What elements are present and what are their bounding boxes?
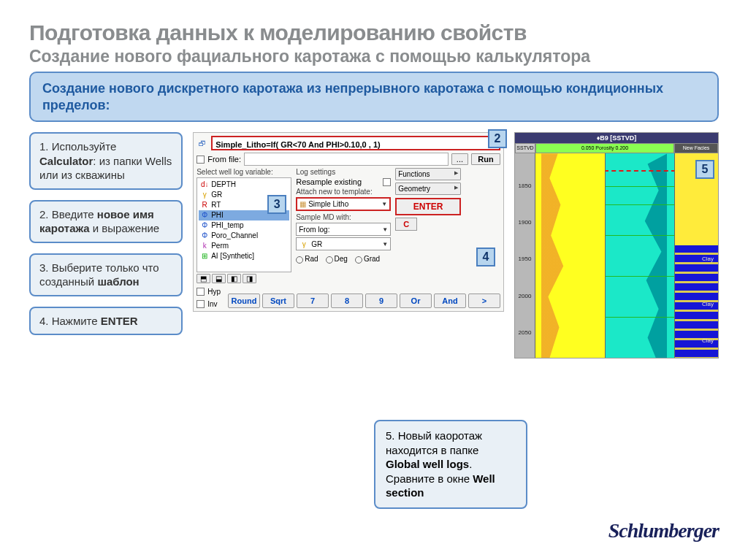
step-4: 4. Нажмите ENTER [29,307,183,336]
resample-checkbox[interactable] [383,178,391,186]
num-7-button[interactable]: 7 [297,294,329,308]
chevron-down-icon: ▼ [382,226,388,233]
step-3: 3. Выберите только что созданный шаблон [29,253,183,296]
facies-track: Clay Clay Clay [674,153,718,358]
from-file-path[interactable] [244,153,449,166]
num-8-button[interactable]: 8 [331,294,363,308]
browse-button[interactable]: ... [451,153,468,165]
step-5: 5. Новый каоротаж находится в папке Glob… [374,420,527,509]
list-btn-3[interactable]: ◧ [227,274,241,283]
enter-button[interactable]: ENTER [395,198,461,215]
template-select[interactable]: ▦ Simple Litho ▼ [296,197,391,211]
deg-radio[interactable] [326,256,333,264]
attach-label: Attach new to template: [296,188,391,196]
chevron-down-icon: ▼ [382,241,388,248]
hyp-checkbox[interactable] [196,288,205,296]
from-file-checkbox[interactable] [196,156,205,164]
resample-label: Resample existing [296,177,362,186]
list-btn-4[interactable]: ◨ [243,274,256,283]
chevron-down-icon: ▼ [381,201,387,207]
th-porosity: 0.050 Porosity 0.200 [535,143,674,153]
sqrt-button[interactable]: Sqrt [262,294,294,308]
gr-track [535,153,605,358]
list-btn-2[interactable]: ⬓ [212,274,226,283]
rad-radio[interactable] [296,256,303,264]
intro-box: Создание нового дискретного каротажа из … [29,72,719,122]
schlumberger-logo: Schlumberger [608,519,719,542]
step-2: 2. Введите новое имя каротажа и выражени… [29,200,183,243]
gr-select[interactable]: γ GR ▼ [296,237,391,250]
step-1: 1. Используйте Calculator: из папки Well… [29,132,183,190]
clear-button[interactable]: C [395,218,417,231]
log-settings-label: Log settings [296,168,391,176]
th-sstvd: SSTVD [515,143,535,153]
badge-2: 2 [488,129,507,148]
and-button[interactable]: And [434,294,466,308]
calculator-panel: 🗗 Simple_Litho=If( GR<70 And PHI>0.10,0 … [193,132,504,312]
select-var-label: Select well log variable: [196,168,291,176]
badge-5: 5 [695,160,714,179]
th-facies: New Facies [674,143,718,153]
slide-title: Подготовка данных к моделированию свойст… [29,20,719,45]
inv-checkbox[interactable] [196,300,205,308]
round-button[interactable]: Round [228,294,260,308]
run-button[interactable]: Run [471,153,500,165]
geometry-button[interactable]: ▶Geometry [395,183,461,195]
formula-input[interactable]: Simple_Litho=If( GR<70 And PHI>0.10,0 , … [211,136,500,150]
functions-button[interactable]: ▶Functions [395,168,461,180]
gt-button[interactable]: > [468,294,500,308]
depth-track: 1850 1900 1950 2000 2050 [515,153,535,358]
badge-4: 4 [476,248,495,266]
grad-radio[interactable] [355,256,362,264]
sample-md-label: Sample MD with: [296,213,391,221]
well-header: ♦B9 [SSTVD] [515,133,718,143]
num-9-button[interactable]: 9 [365,294,397,308]
litho-icon: ▦ [299,200,306,208]
calc-icon: 🗗 [196,137,208,149]
or-button[interactable]: Or [400,294,432,308]
from-log-select[interactable]: From log: ▼ [296,223,391,236]
from-file-label: From file: [207,155,241,164]
badge-3: 3 [267,195,286,214]
log-variable-list[interactable]: d↓DEPTH γGR RRT ΦPHI ΦPHI_temp ΦPoro_Cha… [196,177,291,272]
list-btn-1[interactable]: ⬒ [196,274,210,283]
slide-subtitle: Создание нового фациального каротажа с п… [29,47,719,66]
porosity-track: Base Cretaceous ⊕ Tarbert2 ⊕ Tarbert1 ⊕ [605,153,675,358]
well-section-panel: ♦B9 [SSTVD] SSTVD 0.050 Porosity 0.200 N… [514,132,719,358]
